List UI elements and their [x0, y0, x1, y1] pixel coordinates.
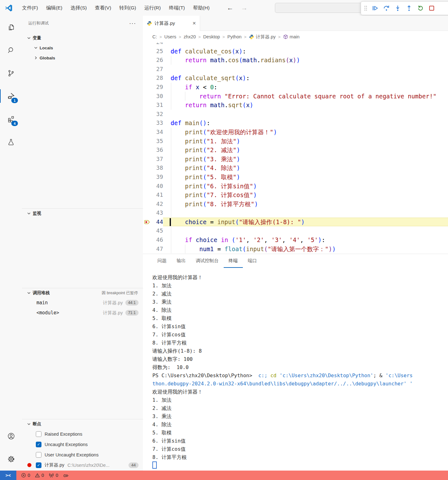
menu-item-帮助(H)[interactable]: 帮助(H): [189, 0, 214, 16]
gutter-glyph[interactable]: [143, 43, 152, 47]
gutter-glyph[interactable]: [143, 92, 152, 101]
menu-item-运行(R)[interactable]: 运行(R): [140, 0, 165, 16]
gutter-glyph[interactable]: [143, 173, 152, 182]
gutter-glyph[interactable]: [143, 155, 152, 164]
gutter-glyph[interactable]: [143, 137, 152, 146]
status-debug-run[interactable]: [63, 473, 69, 478]
breadcrumb-item-计算器.py[interactable]: 计算器.py: [249, 34, 276, 40]
callstack-section-header[interactable]: 调用堆栈 因 breakpoint 已暂停: [22, 288, 143, 298]
gutter-glyph[interactable]: [143, 163, 152, 173]
gutter-glyph[interactable]: [143, 110, 152, 119]
breakpoint-checkbox[interactable]: [36, 431, 41, 437]
activity-item-files[interactable]: [0, 16, 22, 39]
menu-item-转到(G)[interactable]: 转到(G): [115, 0, 140, 16]
forward-button[interactable]: →: [241, 4, 248, 12]
code-line[interactable]: 32: [143, 110, 448, 119]
activity-item-source-control[interactable]: [0, 62, 22, 85]
gutter-glyph[interactable]: [143, 47, 152, 56]
more-actions-icon[interactable]: ···: [129, 22, 136, 25]
tree-item-Locals[interactable]: Locals: [22, 43, 143, 53]
breakpoint-row[interactable]: Raised Exceptions: [22, 429, 143, 439]
code-line[interactable]: 35 print("1. 加法"): [143, 137, 448, 146]
breakpoint-row[interactable]: ✓Uncaught Exceptions: [22, 439, 143, 450]
panel-tab-问题[interactable]: 问题: [152, 254, 172, 268]
activity-item-debug[interactable]: 1: [0, 85, 22, 108]
activity-item-account[interactable]: [0, 425, 22, 448]
breadcrumb-item-C:[interactable]: C:: [152, 34, 157, 39]
menu-item-编辑(E)[interactable]: 编辑(E): [42, 0, 67, 16]
activity-item-settings[interactable]: [0, 448, 22, 471]
activity-item-beaker[interactable]: [0, 130, 22, 153]
variables-section-header[interactable]: 变量: [22, 31, 143, 43]
restart-button[interactable]: [415, 3, 425, 13]
code-editor[interactable]: 2425def calculate_cos(x):26 return math.…: [143, 43, 448, 254]
gutter-glyph[interactable]: [143, 146, 152, 155]
gutter-glyph[interactable]: [143, 101, 152, 110]
remote-indicator[interactable]: ><: [0, 471, 16, 480]
menu-item-查看(V)[interactable]: 查看(V): [91, 0, 115, 16]
gutter-glyph[interactable]: [143, 119, 152, 128]
breakpoints-section-header[interactable]: 断点: [22, 419, 143, 429]
activity-item-extensions[interactable]: 4: [0, 108, 22, 130]
panel-tab-终端[interactable]: 终端: [224, 254, 243, 268]
breakpoint-row[interactable]: User Uncaught Exceptions: [22, 450, 143, 460]
continue-button[interactable]: [370, 3, 380, 13]
code-line[interactable]: 33def main():: [143, 119, 448, 128]
gutter-glyph[interactable]: [143, 74, 152, 83]
code-line[interactable]: 42 print("8. 计算平方根"): [143, 200, 448, 209]
code-line[interactable]: 38 print("4. 除法"): [143, 163, 448, 173]
status-error[interactable]: 0: [21, 473, 30, 478]
back-button[interactable]: ←: [227, 4, 233, 12]
gutter-glyph[interactable]: [143, 56, 152, 65]
breadcrumb-item-main[interactable]: main: [283, 34, 299, 39]
code-line[interactable]: 30 return "Error: Cannot calculate squar…: [143, 92, 448, 101]
stop-button[interactable]: [427, 3, 436, 13]
gutter-glyph[interactable]: [143, 226, 152, 235]
menu-item-文件(F)[interactable]: 文件(F): [18, 0, 42, 16]
code-line[interactable]: 43: [143, 208, 448, 218]
gutter-glyph[interactable]: [143, 182, 152, 191]
code-line[interactable]: 26 return math.cos(math.radians(x)): [143, 56, 448, 65]
tab-calculator-py[interactable]: 计算器.py ✕: [143, 16, 200, 31]
menu-item-终端(T)[interactable]: 终端(T): [165, 0, 189, 16]
gutter-glyph[interactable]: [143, 218, 152, 227]
gutter-glyph[interactable]: [143, 235, 152, 245]
gutter-glyph[interactable]: [143, 83, 152, 92]
panel-tab-调试控制台[interactable]: 调试控制台: [191, 254, 224, 268]
terminal[interactable]: 欢迎使用我的计算器！1. 加法2. 减法3. 乘法4. 除法5. 取模6. 计算…: [143, 273, 448, 470]
code-line[interactable]: 44 choice = input("请输入操作(1-8): "): [143, 218, 448, 227]
activity-item-search[interactable]: [0, 39, 22, 62]
code-line[interactable]: 25def calculate_cos(x):: [143, 47, 448, 56]
status-warning[interactable]: 0: [35, 473, 44, 478]
code-line[interactable]: 40 print("6. 计算sin值"): [143, 182, 448, 191]
breakpoint-checkbox[interactable]: ✓: [36, 462, 41, 468]
callstack-frame[interactable]: main计算器.py44:1: [22, 298, 143, 308]
code-line[interactable]: 47 num1 = float(input("请输入第一个数字：")): [143, 245, 448, 254]
gutter-glyph[interactable]: [143, 208, 152, 218]
callstack-frame[interactable]: <module>计算器.py71:1: [22, 308, 143, 318]
code-line[interactable]: 41 print("7. 计算cos值"): [143, 190, 448, 200]
code-line[interactable]: 45: [143, 226, 448, 235]
watch-section-header[interactable]: 监视: [22, 209, 143, 218]
code-line[interactable]: 29 if x < 0:: [143, 83, 448, 92]
code-line[interactable]: 34 print("欢迎使用我的计算器！"): [143, 128, 448, 137]
code-line[interactable]: 46 if choice in ('1', '2', '3', '4', '5'…: [143, 235, 448, 245]
gutter-glyph[interactable]: [143, 65, 152, 74]
gutter-glyph[interactable]: [143, 128, 152, 137]
gutter-glyph[interactable]: [143, 245, 152, 254]
code-line[interactable]: 37 print("3. 乘法"): [143, 155, 448, 164]
code-line[interactable]: 27: [143, 65, 448, 74]
gutter-glyph[interactable]: [143, 190, 152, 200]
breadcrumb-item-Python[interactable]: Python: [227, 34, 242, 39]
tree-item-Globals[interactable]: Globals: [22, 53, 143, 63]
gripper-icon[interactable]: [364, 5, 368, 11]
menu-item-选择(S)[interactable]: 选择(S): [66, 0, 91, 16]
breadcrumb-item-Desktop[interactable]: Desktop: [203, 34, 220, 39]
gutter-glyph[interactable]: [143, 200, 152, 209]
breakpoint-row[interactable]: ✓计算器.pyC:\Users\zhx20\De...44: [22, 460, 143, 470]
breadcrumb-item-zhx20[interactable]: zhx20: [184, 34, 196, 39]
breakpoint-checkbox[interactable]: [36, 452, 41, 458]
panel-tab-端口[interactable]: 端口: [243, 254, 262, 268]
panel-tab-输出[interactable]: 输出: [172, 254, 191, 268]
code-line[interactable]: 36 print("2. 减法"): [143, 146, 448, 155]
